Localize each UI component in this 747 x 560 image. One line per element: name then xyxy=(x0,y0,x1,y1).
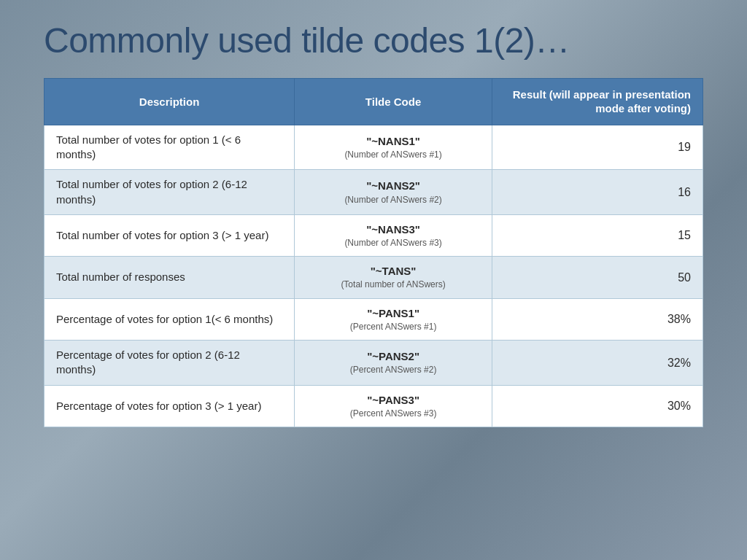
result-value: 38% xyxy=(667,313,691,325)
result-value: 16 xyxy=(678,186,691,198)
cell-description: Percentage of votes for option 1(< 6 mon… xyxy=(44,298,295,340)
table-body: Total number of votes for option 1 (< 6 … xyxy=(44,125,703,427)
cell-description: Percentage of votes for option 2 (6-12 m… xyxy=(44,341,295,386)
cell-description: Total number of votes for option 1 (< 6 … xyxy=(44,125,295,170)
header-tilde-code: Tilde Code xyxy=(295,78,492,125)
cell-result: 50 xyxy=(492,257,703,298)
result-value: 32% xyxy=(667,357,691,369)
table-row: Percentage of votes for option 1(< 6 mon… xyxy=(44,298,703,340)
tilde-code-main: "~PANS3" xyxy=(367,394,419,406)
tilde-code-main: "~PANS1" xyxy=(367,307,419,319)
table-row: Total number of votes for option 1 (< 6 … xyxy=(44,125,703,170)
tilde-code-sub: (Percent ANSwers #3) xyxy=(306,408,480,419)
table-row: Percentage of votes for option 2 (6-12 m… xyxy=(44,341,703,386)
tilde-code-sub: (Percent ANSwers #1) xyxy=(306,321,480,332)
cell-result: 16 xyxy=(492,170,703,215)
cell-tilde: "~NANS3"(Number of ANSwers #3) xyxy=(295,214,492,256)
cell-result: 38% xyxy=(492,298,703,340)
header-description: Description xyxy=(44,78,295,125)
cell-tilde: "~PANS3"(Percent ANSwers #3) xyxy=(295,385,492,427)
result-value: 15 xyxy=(678,229,691,241)
result-value: 19 xyxy=(678,141,691,153)
tilde-codes-table: Description Tilde Code Result (will appe… xyxy=(44,78,703,427)
table-row: Total number of responses"~TANS"(Total n… xyxy=(44,257,703,298)
cell-result: 19 xyxy=(492,125,703,170)
tilde-code-sub: (Percent ANSwers #2) xyxy=(306,364,480,376)
cell-result: 15 xyxy=(492,214,703,256)
cell-result: 32% xyxy=(492,341,703,386)
table-wrapper: Description Tilde Code Result (will appe… xyxy=(44,78,703,427)
table-row: Total number of votes for option 3 (> 1 … xyxy=(44,214,703,256)
cell-result: 30% xyxy=(492,385,703,427)
table-header-row: Description Tilde Code Result (will appe… xyxy=(44,78,703,125)
tilde-code-sub: (Total number of ANSwers) xyxy=(306,279,480,290)
slide-title: Commonly used tilde codes 1(2)… xyxy=(44,22,703,61)
table-row: Total number of votes for option 2 (6-12… xyxy=(44,170,703,215)
cell-description: Total number of responses xyxy=(44,257,295,298)
cell-tilde: "~PANS1"(Percent ANSwers #1) xyxy=(295,298,492,340)
cell-description: Percentage of votes for option 3 (> 1 ye… xyxy=(44,385,295,427)
cell-tilde: "~NANS2"(Number of ANSwers #2) xyxy=(295,170,492,215)
slide-container: Commonly used tilde codes 1(2)… Descript… xyxy=(0,0,747,442)
tilde-code-main: "~NANS1" xyxy=(366,135,420,147)
cell-description: Total number of votes for option 2 (6-12… xyxy=(44,170,295,215)
tilde-code-main: "~PANS2" xyxy=(367,350,419,362)
result-value: 30% xyxy=(667,400,691,412)
cell-tilde: "~PANS2"(Percent ANSwers #2) xyxy=(295,341,492,386)
result-value: 50 xyxy=(678,271,691,284)
header-result: Result (will appear in presentation mode… xyxy=(492,78,703,125)
cell-description: Total number of votes for option 3 (> 1 … xyxy=(44,214,295,256)
tilde-code-sub: (Number of ANSwers #1) xyxy=(306,149,480,160)
tilde-code-main: "~TANS" xyxy=(371,265,417,277)
tilde-code-sub: (Number of ANSwers #3) xyxy=(306,237,480,249)
tilde-code-main: "~NANS3" xyxy=(366,223,420,236)
cell-tilde: "~NANS1"(Number of ANSwers #1) xyxy=(295,125,492,170)
cell-tilde: "~TANS"(Total number of ANSwers) xyxy=(295,257,492,298)
tilde-code-main: "~NANS2" xyxy=(366,179,420,192)
tilde-code-sub: (Number of ANSwers #2) xyxy=(306,194,480,206)
table-row: Percentage of votes for option 3 (> 1 ye… xyxy=(44,385,703,427)
